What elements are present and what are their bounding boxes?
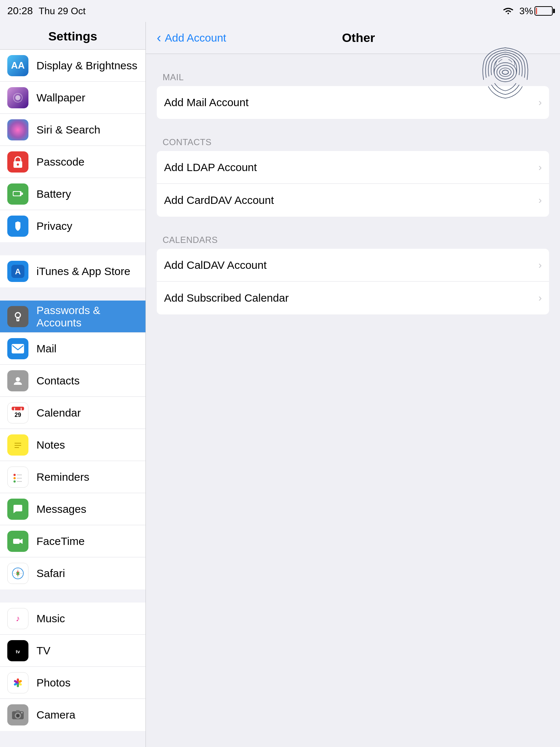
music-icon: ♪ (7, 608, 28, 629)
facetime-icon (7, 531, 28, 552)
content-area: ‹ Add Account Other MAIL .fp { fill: non… (146, 22, 560, 747)
sidebar-gap-3 (0, 589, 145, 603)
sidebar-item-contacts[interactable]: Contacts (0, 365, 145, 397)
calendars-section-group: Add CalDAV Account › Add Subscribed Cale… (157, 249, 549, 314)
sidebar-item-battery[interactable]: Battery (0, 178, 145, 210)
sidebar-item-messages[interactable]: Messages (0, 493, 145, 525)
back-label: Add Account (165, 32, 226, 44)
add-subscribed-item[interactable]: Add Subscribed Calendar › (157, 282, 549, 314)
sidebar-item-label: Wallpaper (36, 92, 85, 104)
caldav-chevron-icon: › (538, 259, 542, 271)
sidebar-item-mail[interactable]: Mail (0, 333, 145, 365)
battery-percent: 3% (519, 5, 533, 17)
sidebar-item-label: Contacts (36, 375, 79, 387)
add-ldap-label: Add LDAP Account (164, 161, 257, 174)
mail-section-group: Add Mail Account › (157, 86, 549, 119)
sidebar-item-label: Camera (36, 709, 75, 721)
status-bar: 20:28 Thu 29 Oct 3% (0, 0, 560, 22)
svg-text:tv: tv (16, 649, 20, 654)
status-time: 20:28 (7, 5, 33, 17)
back-button[interactable]: ‹ Add Account (157, 30, 226, 46)
svg-point-9 (15, 313, 20, 318)
sidebar-item-privacy[interactable]: Privacy (0, 210, 145, 242)
camera-icon (7, 704, 28, 725)
sidebar: Settings AA Display & Brightness Wallpap… (0, 22, 146, 747)
add-caldav-label: Add CalDAV Account (164, 259, 267, 271)
battery-container: 3% (519, 5, 553, 17)
photos-icon (7, 672, 28, 693)
mail-chevron-icon: › (538, 97, 542, 108)
svg-rect-6 (13, 192, 20, 196)
sidebar-item-label: Calendar (36, 407, 81, 419)
mail-section-wrapper: MAIL .fp { fill: none; stroke: #1a2a4a; … (157, 65, 549, 119)
add-caldav-item[interactable]: Add CalDAV Account › (157, 249, 549, 282)
sidebar-gap-1 (0, 242, 145, 255)
sidebar-item-notes[interactable]: Notes (0, 429, 145, 461)
svg-rect-48 (16, 710, 20, 712)
passwords-icon (7, 306, 28, 327)
tv-icon: tv (7, 640, 28, 661)
sidebar-item-label: Notes (36, 439, 65, 451)
svg-point-0 (15, 95, 20, 100)
content-title: Other (226, 31, 491, 45)
sidebar-item-label: TV (36, 645, 50, 657)
sidebar-item-passwords[interactable]: Passwords & Accounts (0, 301, 145, 333)
itunes-icon: A (7, 261, 28, 282)
privacy-icon (7, 216, 28, 237)
sidebar-item-music[interactable]: ♪ Music (0, 603, 145, 635)
sidebar-item-label: Passcode (36, 156, 85, 168)
sidebar-item-tv[interactable]: tv TV (0, 635, 145, 667)
sidebar-item-passcode[interactable]: Passcode (0, 146, 145, 178)
sidebar-title: Settings (0, 22, 145, 50)
svg-point-47 (16, 714, 19, 717)
wifi-icon (502, 6, 515, 16)
sidebar-group-4: ♪ Music tv TV (0, 603, 145, 731)
sidebar-gap-4 (0, 731, 145, 744)
add-ldap-item[interactable]: Add LDAP Account › (157, 151, 549, 184)
sidebar-item-reminders[interactable]: Reminders (0, 461, 145, 493)
sidebar-item-label: Mail (36, 342, 57, 355)
sidebar-item-calendar[interactable]: 29 Calendar (0, 397, 145, 429)
add-carddav-label: Add CardDAV Account (164, 194, 274, 206)
sidebar-item-label: Music (36, 612, 65, 625)
contacts-section-group: Add LDAP Account › Add CardDAV Account › (157, 151, 549, 217)
subscribed-chevron-icon: › (538, 292, 542, 304)
status-right: 3% (502, 5, 553, 17)
sidebar-item-label: Messages (36, 503, 86, 515)
contacts-section-header: CONTACTS (157, 130, 549, 151)
sidebar-item-display[interactable]: AA Display & Brightness (0, 50, 145, 82)
sidebar-item-label: Photos (36, 677, 70, 689)
sidebar-group-1: AA Display & Brightness Wallpaper Siri &… (0, 50, 145, 242)
sidebar-item-itunes[interactable]: A iTunes & App Store (0, 255, 145, 287)
sidebar-item-label: Privacy (36, 220, 72, 232)
sidebar-item-label: Battery (36, 188, 71, 200)
sidebar-item-camera[interactable]: Camera (0, 699, 145, 731)
main-layout: Settings AA Display & Brightness Wallpap… (0, 22, 560, 747)
sidebar-item-label: Safari (36, 567, 65, 580)
sidebar-item-wallpaper[interactable]: Wallpaper (0, 82, 145, 114)
battery-icon (534, 6, 553, 16)
sidebar-item-siri[interactable]: Siri & Search (0, 114, 145, 146)
notes-icon (7, 434, 28, 456)
sidebar-gap-2 (0, 287, 145, 301)
siri-icon (7, 119, 28, 140)
sidebar-item-label: FaceTime (36, 535, 85, 547)
sidebar-item-photos[interactable]: Photos (0, 667, 145, 699)
sidebar-item-safari[interactable]: Safari (0, 557, 145, 589)
add-carddav-item[interactable]: Add CardDAV Account › (157, 184, 549, 217)
sidebar-item-facetime[interactable]: FaceTime (0, 525, 145, 557)
svg-text:♪: ♪ (16, 614, 20, 623)
svg-point-24 (13, 474, 16, 476)
svg-rect-12 (12, 344, 24, 353)
svg-rect-5 (22, 193, 23, 195)
svg-point-11 (17, 318, 19, 320)
sidebar-item-label: iTunes & App Store (36, 265, 130, 278)
add-mail-item[interactable]: Add Mail Account › (157, 86, 549, 119)
carddav-chevron-icon: › (538, 194, 542, 206)
svg-point-25 (13, 477, 16, 479)
add-subscribed-label: Add Subscribed Calendar (164, 292, 289, 304)
content-header: ‹ Add Account Other (146, 22, 560, 54)
svg-point-14 (16, 377, 20, 382)
sidebar-group-2: A iTunes & App Store (0, 255, 145, 287)
svg-text:A: A (15, 267, 21, 276)
